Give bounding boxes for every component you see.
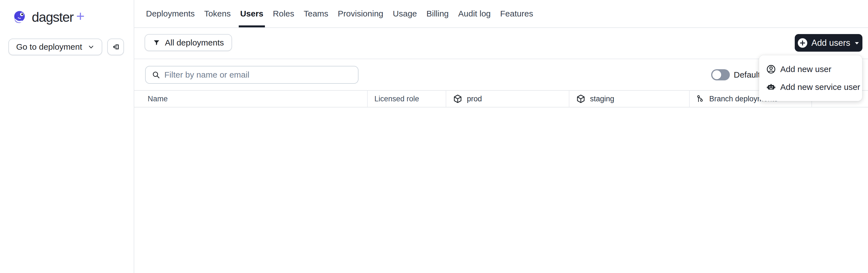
nav-item-roles[interactable]: Roles bbox=[273, 0, 294, 27]
dagster-octopus-icon bbox=[12, 10, 27, 24]
nav-item-teams[interactable]: Teams bbox=[304, 0, 328, 27]
column-header-name: Name bbox=[134, 91, 368, 107]
top-nav: Deployments Tokens Users Roles Teams Pro… bbox=[134, 0, 868, 28]
logo-brand-text: dagster bbox=[32, 9, 73, 25]
logo-plus-sign: + bbox=[76, 8, 85, 25]
default-toggle[interactable] bbox=[711, 69, 730, 80]
column-header-licensed-role: Licensed role bbox=[368, 91, 446, 107]
nav-item-deployments[interactable]: Deployments bbox=[146, 0, 195, 27]
user-search bbox=[145, 66, 359, 84]
nav-item-tokens[interactable]: Tokens bbox=[204, 0, 231, 27]
go-to-deployment-label: Go to deployment bbox=[16, 42, 82, 52]
chevron-down-icon bbox=[88, 44, 94, 50]
nav-item-audit-log[interactable]: Audit log bbox=[458, 0, 491, 27]
nav-item-billing[interactable]: Billing bbox=[427, 0, 449, 27]
sidebar-divider bbox=[134, 0, 134, 273]
users-table-header: Name Licensed role prod staging bbox=[134, 90, 868, 107]
column-header-staging: staging bbox=[569, 91, 690, 107]
nav-item-users[interactable]: Users bbox=[239, 0, 265, 27]
plus-circle-icon bbox=[798, 38, 808, 48]
menu-item-add-new-user[interactable]: Add new user bbox=[759, 60, 862, 78]
default-toggle-label: Default bbox=[734, 70, 760, 80]
add-users-button[interactable]: Add users bbox=[795, 34, 862, 52]
deployments-filter-button[interactable]: All deployments bbox=[145, 34, 232, 51]
dagster-logo: dagster + bbox=[12, 9, 85, 25]
branch-deployments-icon bbox=[696, 94, 705, 103]
collapse-panel-button[interactable] bbox=[107, 38, 124, 55]
add-users-label: Add users bbox=[811, 38, 850, 48]
robot-icon bbox=[766, 82, 776, 92]
deployments-filter-label: All deployments bbox=[165, 38, 224, 48]
app-window: dagster + Go to deployment Deployments T… bbox=[0, 0, 868, 273]
nav-item-provisioning[interactable]: Provisioning bbox=[338, 0, 383, 27]
default-toggle-group: Default bbox=[711, 66, 760, 84]
go-to-deployment-button[interactable]: Go to deployment bbox=[8, 38, 102, 55]
user-circle-icon bbox=[766, 64, 776, 74]
caret-down-icon bbox=[854, 41, 860, 45]
toolbar-divider bbox=[134, 59, 868, 59]
search-icon bbox=[152, 71, 160, 79]
add-users-menu: Add new user Add new service user bbox=[759, 55, 862, 101]
toggle-knob bbox=[712, 70, 721, 79]
collapse-panel-icon bbox=[112, 43, 120, 51]
filter-funnel-icon bbox=[153, 39, 160, 47]
nav-item-usage[interactable]: Usage bbox=[393, 0, 417, 27]
search-input[interactable] bbox=[164, 70, 352, 80]
menu-item-add-new-service-user[interactable]: Add new service user bbox=[759, 78, 862, 96]
deployment-cube-icon bbox=[453, 94, 462, 104]
nav-item-features[interactable]: Features bbox=[500, 0, 533, 27]
deployment-cube-icon bbox=[576, 94, 586, 104]
column-header-prod: prod bbox=[446, 91, 569, 107]
